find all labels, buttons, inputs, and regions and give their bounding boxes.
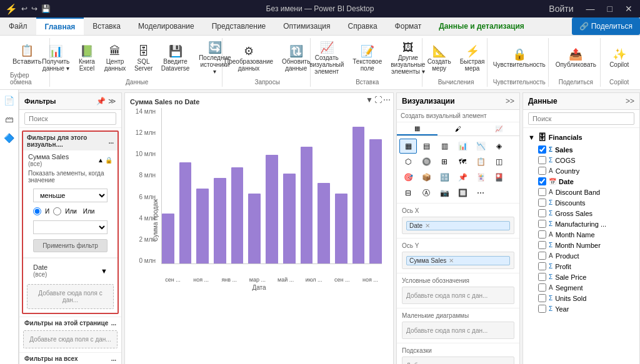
viz-type-btn[interactable]: ▤	[418, 139, 435, 154]
filter-condition2-select[interactable]	[33, 220, 108, 234]
radio-and[interactable]	[33, 207, 41, 215]
data-view-icon[interactable]: 🗃	[3, 112, 16, 126]
minimize-btn[interactable]: —	[584, 4, 598, 14]
quick-measure-btn[interactable]: ⚡ Быстраямера	[456, 43, 489, 74]
bar-column[interactable]	[231, 108, 244, 263]
data-item[interactable]: ΣMonth Number	[523, 240, 639, 250]
data-item[interactable]: ΣYear	[523, 303, 639, 314]
viz-type-btn[interactable]: 🎴	[490, 170, 508, 185]
data-item-checkbox[interactable]	[538, 167, 546, 175]
tab-data-details[interactable]: Данные и детализация	[430, 17, 533, 35]
viz-type-btn[interactable]: ▦	[399, 139, 417, 154]
data-item-checkbox[interactable]	[538, 230, 546, 239]
data-item[interactable]: ΣProfit	[523, 261, 639, 272]
filter-search-input[interactable]	[24, 112, 116, 125]
data-item-checkbox[interactable]	[538, 156, 546, 164]
viz-type-btn[interactable]: 🎯	[399, 170, 417, 185]
data-item[interactable]: ΣManufacturing ...	[523, 219, 639, 229]
date-expand-icon[interactable]: ▼	[101, 267, 108, 275]
data-item-checkbox[interactable]	[538, 145, 546, 154]
filter-pin-btn[interactable]: 📌	[96, 97, 106, 106]
data-item[interactable]: ΣSales	[523, 144, 639, 155]
data-item-checkbox[interactable]	[538, 199, 546, 207]
bar-column[interactable]	[335, 108, 348, 263]
other-visuals-btn[interactable]: 🖼 Другиевизуальныеэлементы ▾	[387, 39, 429, 77]
filter-condition-select[interactable]: меньше	[33, 189, 108, 202]
data-item-checkbox[interactable]	[538, 209, 546, 217]
data-item-checkbox[interactable]	[538, 294, 546, 302]
transform-btn[interactable]: ⚙ Преобразованиеданных	[221, 43, 277, 74]
viz-type-btn[interactable]: ◫	[490, 154, 508, 169]
new-visual-btn[interactable]: 📈 Создатьвизуальныйэлемент	[306, 39, 348, 77]
tab-file[interactable]: Файл	[0, 17, 36, 35]
bar-column[interactable]	[248, 108, 261, 263]
data-item[interactable]: ASegment	[523, 282, 639, 293]
bar-column[interactable]	[301, 108, 313, 263]
share-button[interactable]: 🔗 Поделиться	[572, 17, 640, 35]
viz-type-btn[interactable]: 🔘	[418, 154, 435, 169]
tab-format[interactable]: Формат	[386, 17, 431, 35]
sum-sales-collapse[interactable]: ▲	[98, 157, 104, 164]
chart-filter-btn[interactable]: ▼	[366, 96, 373, 104]
apply-filter-btn[interactable]: Применить фильтр	[33, 239, 108, 252]
viz-type-btn[interactable]: 🔠	[436, 170, 453, 185]
new-measure-btn[interactable]: 📐 Создатьмеру	[424, 43, 455, 74]
tab-home[interactable]: Главная	[36, 17, 84, 35]
viz-type-btn[interactable]: 📋	[472, 154, 489, 169]
data-item-checkbox[interactable]	[538, 262, 546, 270]
publish-btn[interactable]: 📤 Опубликовать	[552, 46, 600, 71]
sum-sales-lock[interactable]: 🔒	[105, 157, 112, 164]
bar-column[interactable]	[196, 108, 209, 263]
tab-optimize[interactable]: Оптимизация	[274, 17, 339, 35]
data-item[interactable]: ΣSale Price	[523, 272, 639, 282]
redo-btn[interactable]: ↪	[31, 4, 38, 13]
report-view-icon[interactable]: 📄	[2, 94, 16, 107]
bar-column[interactable]	[369, 108, 382, 263]
chart-focus-btn[interactable]: ⛶	[374, 96, 382, 104]
data-item[interactable]: ΣDiscounts	[523, 197, 639, 208]
viz-tab-build[interactable]: ▦	[397, 122, 438, 135]
viz-type-btn[interactable]: ⋯	[472, 185, 489, 200]
save-btn[interactable]: 💾	[41, 4, 51, 13]
undo-btn[interactable]: ↩	[21, 4, 28, 13]
viz-type-btn[interactable]: 🃏	[472, 170, 489, 185]
login-btn[interactable]: Войти	[546, 4, 576, 14]
tab-help[interactable]: Справка	[339, 17, 386, 35]
viz-type-btn[interactable]: ▥	[436, 139, 453, 154]
data-item-checkbox[interactable]	[538, 177, 546, 185]
bar-column[interactable]	[179, 108, 192, 263]
viz-type-btn[interactable]: 📉	[472, 139, 489, 154]
data-item[interactable]: ACountry	[523, 165, 639, 176]
viz-type-btn[interactable]: ⊞	[436, 154, 453, 169]
viz-tab-format[interactable]: 🖌	[438, 122, 478, 135]
copilot-btn[interactable]: ✨ Copilot	[606, 46, 632, 71]
data-item[interactable]: AMonth Name	[523, 229, 639, 240]
close-btn[interactable]: ✕	[622, 4, 635, 14]
viz-type-btn[interactable]: Ⓐ	[418, 185, 435, 200]
bar-column[interactable]	[266, 108, 278, 263]
tab-modeling[interactable]: Моделирование	[129, 17, 203, 35]
get-data-btn[interactable]: 📊 Получитьданные ▾	[39, 43, 73, 74]
viz-type-btn[interactable]: 📌	[454, 170, 471, 185]
data-item[interactable]: ΣCOGS	[523, 155, 639, 165]
bar-column[interactable]	[214, 108, 226, 263]
data-item[interactable]: AProduct	[523, 250, 639, 261]
viz-type-btn[interactable]: ⬡	[399, 154, 417, 169]
sql-btn[interactable]: 🗄 SQLServer	[131, 43, 156, 74]
bar-column[interactable]	[162, 108, 174, 263]
viz-y-remove-btn[interactable]: ✕	[449, 257, 454, 264]
data-item-checkbox[interactable]	[538, 273, 546, 281]
viz-type-btn[interactable]: 📷	[436, 185, 453, 200]
radio-or[interactable]	[53, 207, 61, 215]
data-hub-btn[interactable]: 🏛 Центрданных	[101, 43, 129, 74]
viz-type-btn[interactable]: 📊	[454, 139, 471, 154]
data-item-checkbox[interactable]	[538, 241, 546, 249]
data-item-checkbox[interactable]	[538, 220, 546, 228]
maximize-btn[interactable]: □	[605, 4, 615, 14]
data-group-header[interactable]: ▼🗄Financials	[523, 130, 639, 144]
viz-expand-btn[interactable]: >>	[506, 97, 514, 106]
add-field-btn1[interactable]: Добавьте сюда поля с дан...	[27, 284, 114, 309]
viz-type-btn[interactable]: 🗺	[454, 154, 471, 169]
data-item-checkbox[interactable]	[538, 188, 546, 196]
add-field-btn2[interactable]: Добавьте сюда поля с дан...	[23, 330, 118, 348]
